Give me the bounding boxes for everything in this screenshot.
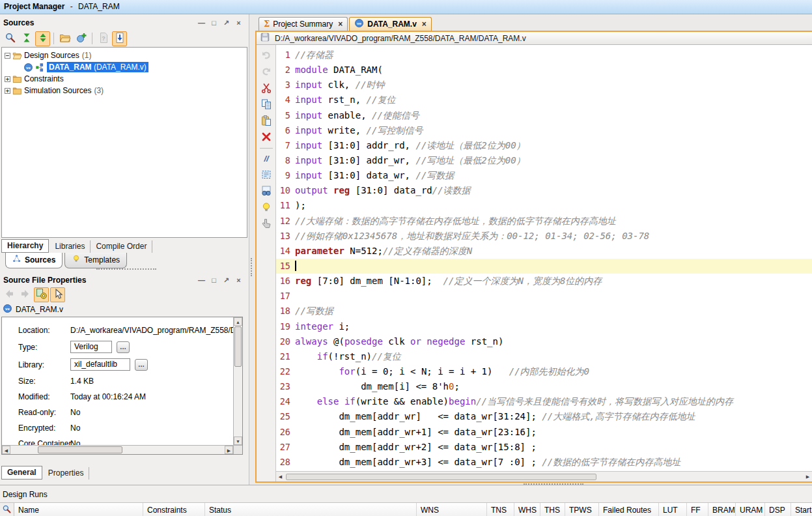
scroll-down-button[interactable]: ▼ — [234, 437, 242, 445]
delete-icon — [260, 131, 272, 145]
tab-general[interactable]: General — [1, 466, 42, 480]
tab-compile-order[interactable]: Compile Order — [91, 240, 152, 253]
language-assist-button[interactable] — [259, 200, 274, 216]
code-line-8: 8input [31:0] addr_wr, //写地址（最低2位为00） — [276, 153, 812, 168]
copy-button[interactable] — [259, 97, 274, 113]
column-header-lut[interactable]: LUT — [659, 503, 687, 516]
expand-expander[interactable]: + — [5, 88, 10, 94]
scroll-right-button[interactable]: ▶ — [804, 472, 812, 481]
tree-item-simulation-sources[interactable]: +Simulation Sources(3) — [2, 85, 247, 96]
property-input[interactable]: xil_defaultlib — [70, 358, 130, 371]
line-number: 18 — [276, 304, 290, 319]
column-header-dsp[interactable]: DSP — [765, 503, 791, 516]
editor-toolbar: // — [257, 45, 276, 481]
column-header-uram[interactable]: URAM — [736, 503, 765, 516]
close-tab-button[interactable]: × — [422, 20, 427, 29]
design-runs-search[interactable] — [0, 503, 14, 516]
column-header-start[interactable]: Start — [791, 503, 812, 516]
read-only-mode-button[interactable] — [259, 216, 274, 232]
code-line-6: 6input write, //写控制信号 — [276, 123, 812, 138]
line-number: 26 — [276, 425, 290, 440]
scroll-left-button[interactable]: ◀ — [276, 472, 285, 481]
close-tab-button[interactable]: × — [338, 20, 343, 29]
column-header-status[interactable]: Status — [205, 503, 417, 516]
column-header-tns[interactable]: TNS — [487, 503, 514, 516]
splitter-handle[interactable] — [96, 268, 156, 270]
column-header-ff[interactable]: FF — [687, 503, 708, 516]
svg-text://: // — [263, 154, 270, 164]
edit-properties-button[interactable] — [34, 287, 49, 302]
maximize-button[interactable]: □ — [209, 276, 219, 285]
more-button[interactable]: … — [117, 341, 130, 353]
toggle-comment-button[interactable]: // — [259, 151, 274, 167]
collapse-expander[interactable]: − — [5, 53, 10, 59]
minimize-button[interactable]: — — [197, 18, 206, 27]
tab-hierarchy[interactable]: Hierarchy — [1, 239, 49, 253]
properties-rows: Location:D:/A_workarea/VIVADO_program/RA… — [2, 317, 233, 445]
properties-vertical-scrollbar[interactable]: ▲ ▼ — [233, 317, 242, 445]
add-sources-button[interactable] — [74, 31, 89, 46]
close-button[interactable]: × — [234, 18, 244, 27]
more-button[interactable]: … — [135, 359, 148, 371]
close-button[interactable]: × — [234, 276, 244, 285]
scroll-left-button[interactable]: ◀ — [2, 446, 10, 454]
tab-libraries[interactable]: Libraries — [49, 240, 91, 253]
tab-properties[interactable]: Properties — [43, 467, 90, 480]
open-file-button[interactable] — [57, 31, 72, 46]
editor-horizontal-scrollbar[interactable]: ◀ ▶ — [276, 471, 812, 481]
column-header-constraints[interactable]: Constraints — [143, 503, 205, 516]
scroll-to-selected-button[interactable] — [112, 31, 127, 46]
column-header-failed-routes[interactable]: Failed Routes — [599, 503, 659, 516]
design-runs-header: NameConstraintsStatusWNSTNSWHSTHSTPWSFai… — [0, 502, 812, 516]
column-header-tpws[interactable]: TPWS — [565, 503, 599, 516]
horizontal-scroll-thumb[interactable] — [286, 474, 596, 480]
search-button[interactable] — [3, 31, 18, 46]
find-replace-button[interactable] — [259, 184, 274, 199]
tab-sources[interactable]: Sources — [5, 253, 63, 268]
copy-icon — [260, 98, 272, 112]
tree-item-data-ram[interactable]: veDATA_RAM (DATA_RAM.v) — [2, 61, 247, 73]
sources-net-icon — [12, 254, 21, 265]
block-select-button[interactable] — [259, 167, 274, 183]
splitter-handle[interactable] — [524, 483, 583, 485]
expand-all-button[interactable] — [35, 31, 50, 46]
column-header-bram[interactable]: BRAM — [708, 503, 736, 516]
line-number: 10 — [276, 183, 290, 198]
tree-item-design-sources[interactable]: −Design Sources(1) — [2, 50, 247, 61]
column-header-wns[interactable]: WNS — [417, 503, 487, 516]
redo-button — [259, 64, 274, 80]
select-mode-button[interactable] — [50, 287, 65, 302]
tab-data-ram-v[interactable]: veDATA_RAM.v× — [349, 17, 432, 31]
tab-project-summary[interactable]: ΣProject Summary× — [259, 17, 348, 31]
properties-horizontal-scrollbar[interactable]: ◀ ▶ — [2, 445, 233, 454]
cut-button[interactable] — [259, 81, 274, 96]
horizontal-scroll-thumb[interactable] — [38, 446, 122, 453]
tab-templates[interactable]: Templates — [64, 253, 127, 268]
scroll-up-button[interactable]: ▲ — [234, 317, 242, 326]
paste-icon — [260, 115, 272, 128]
expand-expander[interactable]: + — [5, 76, 10, 82]
sources-tree[interactable]: −Design Sources(1)veDATA_RAM (DATA_RAM.v… — [1, 47, 247, 238]
tree-item-constraints[interactable]: +Constraints — [2, 73, 247, 85]
line-number: 21 — [276, 349, 290, 364]
column-header-whs[interactable]: WHS — [514, 503, 540, 516]
float-button[interactable]: ↗ — [221, 18, 231, 27]
scroll-right-button[interactable]: ▶ — [225, 446, 233, 454]
splitter-handle[interactable] — [251, 258, 252, 276]
float-button[interactable]: ↗ — [221, 276, 231, 285]
collapse-all-button[interactable] — [19, 31, 34, 46]
code-editor[interactable]: 1//存储器2module DATA_RAM(3input clk, //时钟4… — [276, 45, 812, 471]
column-header-name[interactable]: Name — [14, 503, 143, 516]
code-line-14: 14parameter N=512;//定义存储器的深度N — [276, 244, 812, 259]
property-value: Today at 00:16:24 AM — [70, 392, 233, 401]
save-icon[interactable] — [260, 32, 270, 44]
line-number: 27 — [276, 440, 290, 455]
maximize-button[interactable]: □ — [209, 18, 219, 27]
properties-window-buttons: —□↗× — [197, 276, 249, 285]
property-input[interactable]: Verilog — [70, 341, 112, 353]
column-header-ths[interactable]: THS — [540, 503, 565, 516]
delete-button[interactable] — [259, 130, 274, 145]
minimize-button[interactable]: — — [197, 276, 206, 285]
paste-button[interactable] — [259, 113, 274, 129]
vertical-scroll-thumb[interactable] — [234, 326, 242, 367]
